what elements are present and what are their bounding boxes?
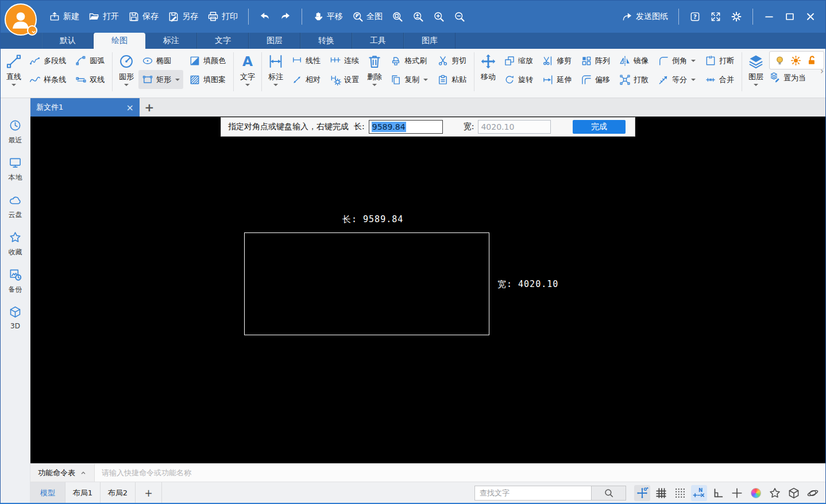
- ribbon-dimension-button[interactable]: 标注: [265, 51, 287, 86]
- titlebar-maximize-button[interactable]: [781, 9, 799, 25]
- status-favorite-toggle[interactable]: [767, 485, 783, 501]
- sidebar-item-recent[interactable]: 最近: [9, 119, 22, 145]
- ribbon-circle-button[interactable]: 圆形: [115, 51, 137, 86]
- ribbon-arc-button[interactable]: 圆弧: [72, 51, 108, 70]
- ribbon-chamfer-button[interactable]: 倒角: [654, 51, 699, 70]
- ribbon-text-button[interactable]: A 文字: [237, 51, 258, 86]
- ribbon-divide-button[interactable]: 等分: [654, 70, 699, 89]
- ribbon-paste-button[interactable]: 粘贴: [434, 70, 470, 89]
- chevron-down-icon[interactable]: [691, 60, 696, 62]
- add-tab-button[interactable]: +: [140, 98, 159, 117]
- width-input[interactable]: 4020.10: [478, 120, 551, 134]
- chevron-down-icon[interactable]: [691, 79, 696, 81]
- ribbon-spline-button[interactable]: 样条线: [26, 70, 70, 89]
- close-tab-icon[interactable]: ×: [126, 102, 134, 113]
- titlebar-settings-button[interactable]: [727, 9, 746, 25]
- titlebar-zoom-dynamic-button[interactable]: [409, 9, 427, 25]
- layout-tab-layout1[interactable]: 布局1: [65, 482, 101, 503]
- ribbon-rectangle-button[interactable]: 矩形: [138, 70, 183, 89]
- status-object-snap-move-toggle[interactable]: [634, 485, 650, 501]
- ribbon-polyline-button[interactable]: 多段线: [26, 51, 70, 70]
- ribbon-tab-layer[interactable]: 图层: [249, 33, 300, 49]
- ribbon-tab-tools[interactable]: 工具: [352, 33, 404, 49]
- search-button[interactable]: [592, 486, 626, 501]
- status-planet-view-toggle[interactable]: [805, 485, 821, 501]
- ribbon-dim-relative-button[interactable]: 相对: [288, 70, 324, 89]
- ribbon-join-button[interactable]: 合并: [701, 70, 738, 89]
- titlebar-pan-button[interactable]: 平移: [309, 9, 346, 25]
- layout-tab-model[interactable]: 模型: [30, 482, 65, 503]
- command-list-button[interactable]: 功能命令表: [30, 464, 95, 482]
- done-button[interactable]: 完成: [573, 120, 626, 134]
- chevron-down-icon[interactable]: [175, 79, 180, 81]
- titlebar-send-drawing-button[interactable]: 发送图纸: [618, 9, 671, 25]
- titlebar-zoom-in-button[interactable]: [430, 9, 448, 25]
- sidebar-item-favorites[interactable]: 收藏: [9, 231, 22, 257]
- sidebar-item-backup[interactable]: 备份: [9, 268, 22, 294]
- status-polar-tracking-toggle[interactable]: N: [691, 485, 707, 501]
- titlebar-zoom-window-button[interactable]: [388, 9, 407, 25]
- ribbon-tab-dimension[interactable]: 标注: [145, 33, 197, 49]
- add-layout-button[interactable]: +: [136, 482, 162, 503]
- ribbon-array-button[interactable]: 阵列: [577, 51, 613, 70]
- document-tab[interactable]: 新文件1 ×: [30, 98, 140, 117]
- chevron-down-icon[interactable]: [124, 84, 129, 86]
- status-crosshair-toggle[interactable]: [729, 485, 745, 501]
- ribbon-tab-convert[interactable]: 转换: [300, 33, 352, 49]
- status-ortho-toggle[interactable]: [710, 485, 726, 501]
- ribbon-fill-pattern-button[interactable]: 填图案: [186, 70, 229, 89]
- ribbon-tab-library[interactable]: 图库: [404, 33, 456, 49]
- drawing-canvas[interactable]: 指定对角点或键盘输入，右键完成 长: 9589.84 宽: 4020.10 完成…: [30, 117, 826, 463]
- titlebar-zoom-out-button[interactable]: [450, 9, 469, 25]
- ribbon-dim-settings-button[interactable]: 设置: [326, 70, 362, 89]
- ribbon-explode-button[interactable]: 打散: [616, 70, 652, 89]
- titlebar-save-as-button[interactable]: 另存: [164, 9, 202, 25]
- titlebar-save-button[interactable]: 保存: [125, 9, 162, 25]
- ribbon-set-current-button[interactable]: 置为当: [769, 71, 824, 84]
- titlebar-help-button[interactable]: ?: [686, 9, 704, 25]
- ribbon-break-button[interactable]: 打断: [701, 51, 738, 70]
- chevron-down-icon[interactable]: [245, 84, 250, 86]
- ribbon-delete-button[interactable]: 删除: [364, 51, 385, 86]
- find-text-input[interactable]: [474, 486, 592, 501]
- ribbon-copy-button[interactable]: 复制: [387, 70, 431, 89]
- titlebar-open-button[interactable]: 打开: [85, 9, 122, 25]
- sidebar-item-3d[interactable]: 3D: [9, 305, 22, 330]
- ribbon-expand-chevron-icon[interactable]: ›: [820, 66, 824, 76]
- status-grid-toggle[interactable]: [653, 485, 669, 501]
- sidebar-item-local[interactable]: 本地: [9, 156, 22, 183]
- titlebar-new-button[interactable]: 新建: [45, 9, 83, 25]
- chevron-down-icon[interactable]: [754, 84, 758, 86]
- status-color-wheel-toggle[interactable]: [748, 485, 764, 501]
- ribbon-ellipse-button[interactable]: 椭圆: [138, 51, 183, 70]
- chevron-down-icon[interactable]: [11, 84, 16, 86]
- layer-bulb-toggle[interactable]: [774, 55, 785, 66]
- titlebar-zoom-fit-button[interactable]: 全图: [349, 9, 386, 25]
- ribbon-offset-button[interactable]: 偏移: [577, 70, 613, 89]
- ribbon-tab-text[interactable]: 文字: [197, 33, 249, 49]
- ribbon-rotate-button[interactable]: 旋转: [500, 70, 536, 89]
- avatar[interactable]: [5, 3, 37, 36]
- ribbon-dim-continue-button[interactable]: 连续: [326, 51, 362, 70]
- status-view-cube-toggle[interactable]: [786, 485, 802, 501]
- command-input[interactable]: [95, 464, 826, 482]
- chevron-down-icon[interactable]: [273, 84, 278, 86]
- titlebar-redo-button[interactable]: [276, 9, 295, 25]
- chevron-down-icon[interactable]: [372, 84, 377, 86]
- status-dot-grid-toggle[interactable]: [672, 485, 688, 501]
- titlebar-close-button[interactable]: [801, 9, 820, 25]
- titlebar-undo-button[interactable]: [256, 9, 274, 25]
- length-input[interactable]: 9589.84: [369, 120, 443, 134]
- layer-sun-toggle[interactable]: [790, 55, 801, 66]
- ribbon-tab-default[interactable]: 默认: [42, 33, 94, 49]
- ribbon-cut-button[interactable]: 剪切: [434, 51, 470, 70]
- ribbon-trim-button[interactable]: 修剪: [539, 51, 575, 70]
- ribbon-layers-button[interactable]: 图层: [745, 51, 767, 86]
- sidebar-item-cloud[interactable]: 云盘: [9, 193, 22, 220]
- layout-tab-layout2[interactable]: 布局2: [101, 482, 136, 503]
- titlebar-fullscreen-button[interactable]: [707, 9, 725, 25]
- ribbon-mirror-button[interactable]: 镜像: [616, 51, 652, 70]
- chevron-down-icon[interactable]: [423, 79, 428, 81]
- ribbon-extend-button[interactable]: 延伸: [539, 70, 575, 89]
- ribbon-fill-color-button[interactable]: 填颜色: [186, 51, 229, 70]
